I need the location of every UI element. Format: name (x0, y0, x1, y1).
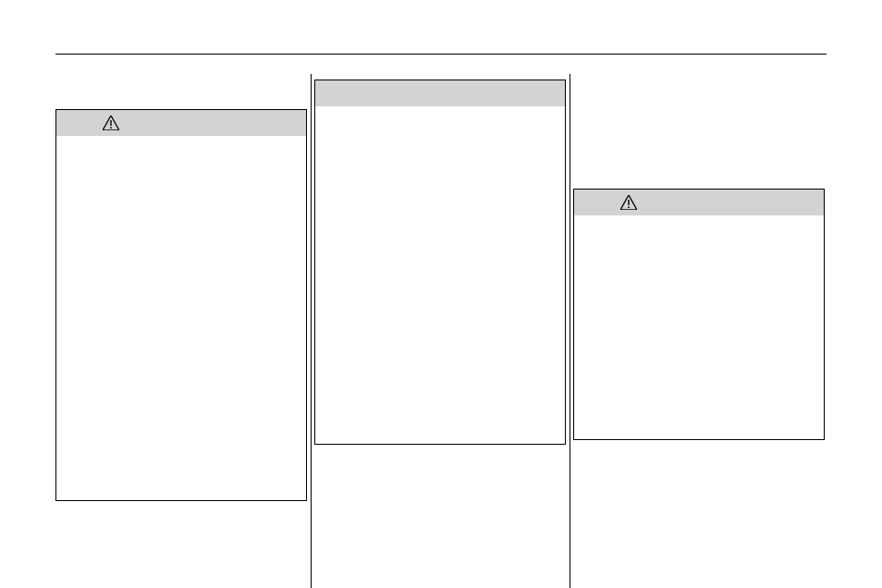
caution-box-3-body (574, 215, 824, 230)
warning-icon (620, 195, 637, 210)
caution-box-1 (55, 109, 307, 501)
column-1 (55, 74, 307, 588)
column-separator-1 (311, 74, 312, 588)
column-2 (314, 74, 566, 588)
svg-point-3 (628, 206, 630, 208)
info-box-2-header (315, 80, 565, 106)
caution-box-3-header (574, 190, 824, 215)
header-rule (55, 54, 827, 55)
info-box-2-body (315, 106, 565, 121)
caution-box-1-body (56, 136, 306, 151)
column-3 (573, 74, 825, 588)
column-separator-2 (570, 74, 570, 588)
warning-icon (103, 116, 119, 130)
columns-container (55, 74, 827, 588)
caution-box-1-header (56, 110, 306, 136)
caution-box-3 (573, 189, 825, 440)
svg-point-1 (110, 127, 112, 129)
page-content (55, 46, 827, 588)
info-box-2 (314, 80, 566, 445)
